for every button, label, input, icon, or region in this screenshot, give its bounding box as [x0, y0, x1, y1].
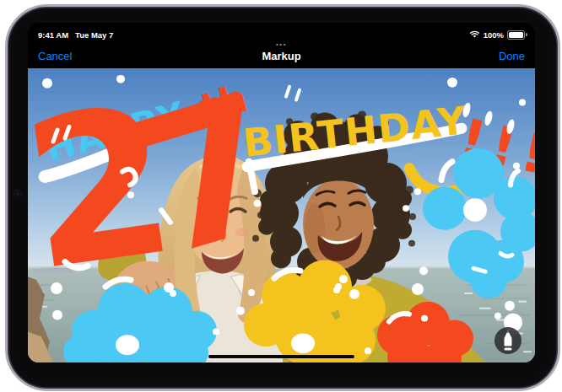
pencil-tool-button[interactable]: [494, 327, 521, 354]
markup-photo-canvas[interactable]: HAPPY 2 7 th BIRTHDAY !!!: [28, 68, 535, 362]
wifi-icon: [469, 30, 480, 39]
markup-nav-bar: Cancel ••• Markup Done: [28, 43, 535, 68]
battery-full-icon: [507, 30, 525, 40]
nav-title: Markup: [262, 50, 300, 62]
photo-illustration: HAPPY 2 7 th BIRTHDAY !!!: [28, 68, 535, 362]
pencil-icon: [502, 330, 514, 351]
status-date: Tue May 7: [75, 30, 113, 40]
ipad-screen: 9:41 AM Tue May 7 100% Cancel •••: [28, 23, 535, 362]
screenshot-root: 9:41 AM Tue May 7 100% Cancel •••: [0, 0, 562, 392]
home-indicator[interactable]: [208, 355, 354, 358]
status-left: 9:41 AM Tue May 7: [38, 30, 113, 40]
status-right: 100%: [469, 30, 525, 40]
front-camera: [14, 191, 21, 197]
battery-percent: 100%: [484, 30, 504, 40]
cancel-button[interactable]: Cancel: [38, 50, 72, 62]
status-time: 9:41 AM: [38, 30, 68, 40]
done-button[interactable]: Done: [499, 50, 525, 62]
nav-center: ••• Markup: [28, 41, 535, 62]
multitask-indicator[interactable]: •••: [276, 41, 287, 47]
ipad-device-frame: 9:41 AM Tue May 7 100% Cancel •••: [5, 4, 560, 391]
